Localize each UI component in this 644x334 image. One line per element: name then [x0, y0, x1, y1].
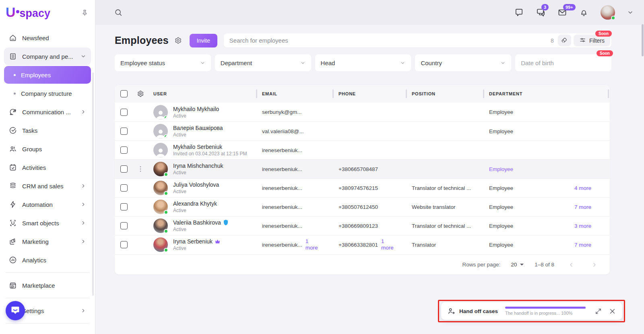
bell-icon[interactable]: [579, 8, 588, 17]
sidebar-item-company-structure[interactable]: Company structure: [4, 85, 91, 102]
previous-page-icon[interactable]: [565, 262, 578, 268]
row-checkbox[interactable]: [120, 203, 128, 210]
settings-gear-icon[interactable]: [174, 37, 182, 44]
employee-department[interactable]: Employee: [489, 166, 513, 172]
more-phones-link[interactable]: 1 more: [381, 238, 395, 251]
column-header-phone[interactable]: PHONE: [333, 85, 406, 103]
column-header-email[interactable]: EMAIL: [256, 85, 333, 103]
column-header-department[interactable]: DEPARTMENT: [483, 85, 610, 103]
sidebar-item-newsfeed[interactable]: Newsfeed: [4, 29, 91, 47]
rows-per-page-select[interactable]: 20: [511, 262, 524, 268]
avatar-photo: [153, 181, 168, 195]
more-departments-link[interactable]: 4 more: [574, 185, 591, 191]
comment-icon[interactable]: [514, 8, 524, 17]
table-row[interactable]: Mykhailo MykhailoActive serbunyk@gm... E…: [115, 103, 610, 122]
filter-head[interactable]: Head: [315, 54, 411, 71]
table-settings-gear-icon[interactable]: [133, 90, 148, 97]
filter-country[interactable]: Country: [415, 54, 511, 71]
invite-button[interactable]: Invite: [190, 34, 217, 47]
expand-icon[interactable]: [595, 308, 602, 315]
employee-phone: +380669809123: [339, 223, 378, 229]
table-row[interactable]: Iryna Serbeniuk Active ireneserbeniuk...…: [115, 235, 610, 254]
chevron-down-icon[interactable]: [627, 9, 634, 16]
table-row[interactable]: Валерія БашкіроваActive val.valeriia08@.…: [115, 122, 610, 140]
employee-name[interactable]: Валерія Башкірова: [173, 125, 223, 131]
employee-name[interactable]: Iryna Serbeniuk: [173, 238, 213, 245]
table-row[interactable]: Juliya VoloshylovaActive ireneserbeniuk.…: [115, 178, 610, 197]
chats-icon[interactable]: 3: [536, 8, 545, 17]
row-checkbox[interactable]: [120, 146, 128, 154]
pin-sidebar-icon[interactable]: [81, 9, 89, 16]
column-header-user[interactable]: USER: [148, 85, 256, 103]
avatar-placeholder: [153, 124, 168, 138]
employee-name[interactable]: Valeriia Bashkirova: [173, 219, 221, 226]
row-checkbox[interactable]: [120, 165, 128, 173]
employee-email: ireneserbeniuk...: [262, 204, 302, 210]
sidebar-item-communication[interactable]: Communication ...: [4, 103, 91, 121]
online-status-dot: [164, 134, 168, 138]
sidebar-item-crm-and-sales[interactable]: CRM and sales: [4, 177, 91, 195]
employee-search-bar: 8 Filters Soon: [224, 33, 611, 47]
employee-name[interactable]: Iryna Mishchanchuk: [173, 163, 223, 169]
filter-department[interactable]: Department: [215, 54, 311, 71]
bullet-icon: [14, 93, 16, 95]
avatar-photo: [153, 162, 168, 176]
sidebar-item-label: Groups: [22, 146, 42, 153]
uspacy-logo[interactable]: U spacy: [6, 5, 50, 20]
sidebar-item-marketplace[interactable]: Marketplace: [4, 276, 91, 294]
row-checkbox[interactable]: [120, 184, 128, 192]
sidebar-item-activities[interactable]: Activities: [4, 159, 91, 176]
sidebar-item-marketing[interactable]: Marketing: [4, 233, 91, 250]
mail-icon[interactable]: 99+: [557, 8, 567, 17]
row-checkbox[interactable]: [120, 222, 128, 229]
table-row[interactable]: Valeriia Bashkirova Active ireneserbeniu…: [115, 216, 610, 235]
employee-name[interactable]: Alexandra Khytyk: [173, 200, 217, 207]
more-emails-link[interactable]: 1 more: [305, 238, 319, 251]
employee-position: Translator of technical ...: [412, 185, 471, 191]
employee-name[interactable]: Juliya Voloshylova: [173, 181, 219, 188]
next-page-icon[interactable]: [588, 262, 601, 268]
employee-name[interactable]: Mykhailo Serbeniuk: [173, 144, 247, 150]
employee-department: Employee: [489, 204, 513, 210]
row-checkbox[interactable]: [120, 241, 128, 248]
table-row[interactable]: Alexandra KhytykActive ireneserbeniuk...…: [115, 197, 610, 216]
sidebar-item-analytics[interactable]: Analytics: [4, 251, 91, 269]
row-checkbox[interactable]: [120, 128, 128, 135]
select-all-checkbox[interactable]: [120, 90, 128, 97]
employee-department: Employee: [489, 185, 513, 191]
sidebar-item-smart-objects[interactable]: Smart objects: [4, 214, 91, 232]
sidebar-item-label: Settings: [22, 307, 44, 314]
more-departments-link[interactable]: 7 more: [574, 204, 591, 210]
sidebar-item-automation[interactable]: Automation: [4, 196, 91, 213]
clear-search-button[interactable]: [558, 35, 571, 46]
column-header-position[interactable]: POSITION: [406, 85, 483, 103]
search-input[interactable]: [224, 37, 551, 44]
sidebar-item-label: Newsfeed: [22, 35, 49, 41]
table-row[interactable]: Iryna MishchanchukActive ireneserbeniuk.…: [115, 159, 610, 178]
bullet-icon: [14, 74, 16, 76]
employee-position: Translator of technical ...: [412, 223, 471, 229]
sidebar-item-company-and-people[interactable]: Company and pe...: [4, 47, 91, 65]
row-checkbox[interactable]: [120, 109, 128, 116]
more-departments-link[interactable]: 7 more: [574, 242, 591, 248]
close-icon[interactable]: [609, 308, 616, 315]
more-departments-link[interactable]: 3 more: [574, 223, 591, 229]
employee-name[interactable]: Mykhailo Mykhailo: [173, 106, 219, 112]
page-scrollbar[interactable]: [642, 24, 644, 56]
employee-department: Employee: [489, 223, 513, 229]
sidebar-item-employees[interactable]: Employees: [4, 66, 91, 84]
sidebar-item-tasks[interactable]: Tasks: [4, 122, 91, 139]
coins-icon: [9, 182, 17, 190]
table-row[interactable]: Mykhailo SerbeniukInvited on 03.04.2023 …: [115, 140, 610, 159]
row-menu-kebab-icon[interactable]: [133, 166, 148, 172]
page-header: Employees Invite 8 Filters Soon: [115, 33, 611, 47]
sidebar: U spacy Newsfeed Company and pe... Emplo…: [0, 0, 95, 334]
avatar-placeholder: [153, 105, 168, 120]
filters-button[interactable]: Filters Soon: [574, 35, 610, 46]
filter-employee-status[interactable]: Employee status: [115, 54, 211, 71]
sidebar-item-groups[interactable]: Groups: [4, 140, 91, 158]
search-icon[interactable]: [114, 8, 123, 17]
live-chat-fab[interactable]: [6, 301, 25, 320]
avatar[interactable]: [601, 5, 615, 20]
sidebar-scrollbar[interactable]: [92, 72, 94, 296]
